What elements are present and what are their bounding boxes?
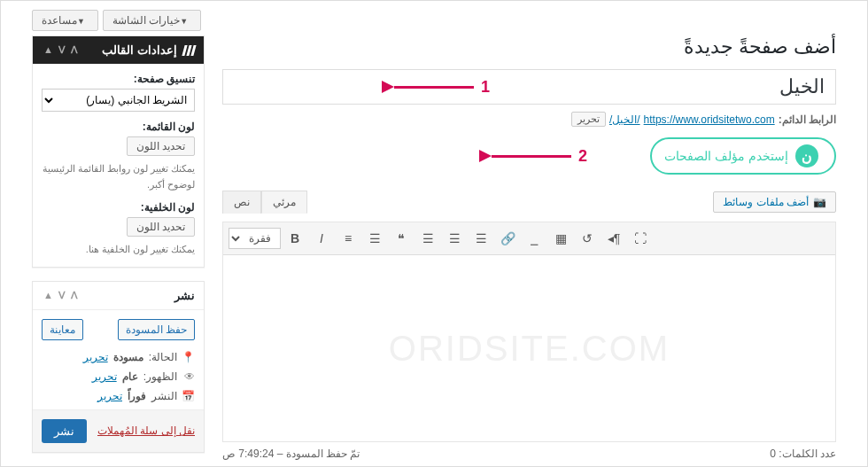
permalink-base-link[interactable]: https://www.oridsitetwo.com <box>644 113 775 126</box>
add-media-button[interactable]: 📷 أضف ملفات وسائط <box>713 191 836 213</box>
calendar-icon: 📅 <box>182 390 195 402</box>
box-up-icon[interactable]: ᐱ <box>69 290 80 301</box>
box-down-icon[interactable]: ᐯ <box>57 44 67 56</box>
readmore-icon[interactable]: ⎯ <box>522 226 546 251</box>
bg-color-hint: يمكنك تغيير لون الخلفية هنا. <box>42 242 195 258</box>
bullet-list-icon[interactable]: ≡ <box>336 226 360 251</box>
publish-button[interactable]: نشر <box>42 419 87 443</box>
menu-color-button[interactable]: تحديد اللون <box>127 136 195 156</box>
annotation-arrow-2: 2 <box>479 147 587 166</box>
tab-visual[interactable]: مرئي <box>261 191 307 214</box>
media-icon: 📷 <box>813 196 826 208</box>
preview-button[interactable]: معاينة <box>42 319 83 340</box>
pilcrow-icon[interactable]: ¶◂ <box>601 226 626 251</box>
watermark-text: ORIDSITE.COM <box>389 329 670 369</box>
editor-toolbar: فقرة B I ≡ ☰ ❝ ☰ ☰ ☰ 🔗 ⎯ ▦ ↺ ¶◂ ⛶ <box>223 222 835 255</box>
editor-canvas[interactable]: ORIDSITE.COM <box>223 255 835 441</box>
italic-icon[interactable]: I <box>309 226 334 251</box>
eye-icon: 👁 <box>182 370 195 383</box>
page-heading: أضف صفحةً جديدةً <box>222 35 836 58</box>
align-left-icon[interactable]: ☰ <box>469 226 493 251</box>
box-toggle-icon[interactable]: ▲ <box>42 290 55 301</box>
align-center-icon[interactable]: ☰ <box>442 226 467 251</box>
edit-visibility-link[interactable]: تحرير <box>92 370 117 383</box>
move-to-trash-link[interactable]: نقل إلى سلة المُهملات <box>97 424 195 437</box>
pin-icon: 📍 <box>182 351 195 363</box>
theme-bars-icon <box>182 45 195 56</box>
layout-select[interactable]: الشريط الجانبي (يسار) <box>42 89 195 112</box>
fullscreen-icon[interactable]: ⛶ <box>628 226 653 251</box>
tab-text[interactable]: نص <box>222 191 261 214</box>
menu-color-label: لون القائمة: <box>42 121 195 133</box>
toolbar-toggle-icon[interactable]: ▦ <box>548 226 573 251</box>
edit-status-link[interactable]: تحرير <box>83 351 108 363</box>
word-count: عدد الكلمات: 0 <box>770 448 836 460</box>
box-down-icon[interactable]: ᐯ <box>57 290 67 301</box>
bg-color-label: لون الخلفية: <box>42 201 195 214</box>
layout-label: تنسيق صفحة: <box>42 73 195 85</box>
screen-options-button[interactable]: ▼خيارات الشاشة <box>103 10 201 31</box>
link-icon[interactable]: 🔗 <box>495 226 520 251</box>
page-builder-button[interactable]: ن إستخدم مؤلف الصفحات <box>650 137 836 175</box>
publish-box: نشر ᐱᐯ▲ حفظ المسودة معاينة 📍الحالة: مسود… <box>32 281 205 453</box>
permalink-slug-link[interactable]: /الخيل/ <box>609 113 640 126</box>
box-up-icon[interactable]: ᐱ <box>69 44 80 56</box>
save-draft-button[interactable]: حفظ المسودة <box>118 319 195 340</box>
page-title-input[interactable] <box>222 69 836 105</box>
numbered-list-icon[interactable]: ☰ <box>362 226 387 251</box>
theme-settings-box: إعدادات القالب ᐱᐯ▲ تنسيق صفحة: الشريط ال… <box>32 35 205 268</box>
edit-permalink-button[interactable]: تحرير <box>571 112 606 127</box>
quote-icon[interactable]: ❝ <box>389 226 414 251</box>
edit-schedule-link[interactable]: تحرير <box>97 390 122 402</box>
revisions-icon[interactable]: ↺ <box>575 226 600 251</box>
permalink-row: الرابط الدائم: https://www.oridsitetwo.c… <box>222 112 836 127</box>
bg-color-button[interactable]: تحديد اللون <box>127 217 195 237</box>
align-right-icon[interactable]: ☰ <box>415 226 440 251</box>
paragraph-select[interactable]: فقرة <box>229 228 281 249</box>
help-button[interactable]: ▼مساعدة <box>32 10 98 31</box>
builder-logo-icon: ن <box>795 144 818 167</box>
bold-icon[interactable]: B <box>283 226 307 251</box>
annotation-arrow-1: 1 <box>382 78 490 97</box>
autosave-status: تمّ حفظ المسودة – 7:49:24 ص <box>222 448 360 460</box>
menu-color-hint: يمكنك تغيير لون روابط القائمة الرئيسية ل… <box>42 161 195 192</box>
box-toggle-icon[interactable]: ▲ <box>42 44 55 56</box>
